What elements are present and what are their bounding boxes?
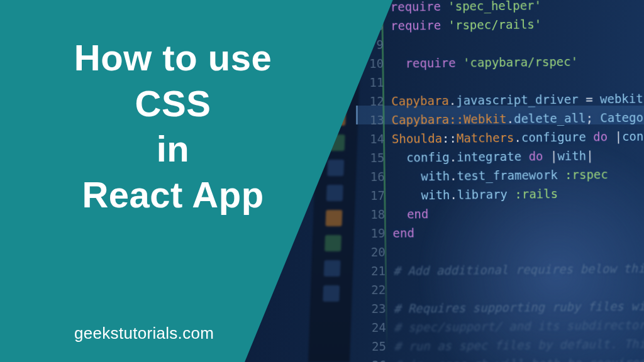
editor-code: require 'spec_helper'require 'rspec/rail… <box>391 0 644 362</box>
hero-banner: 789101112131415161718192021222324252627 … <box>0 0 644 362</box>
site-credit: geekstutorials.com <box>74 324 214 343</box>
banner-title: How to useCSSinReact App <box>38 35 308 217</box>
